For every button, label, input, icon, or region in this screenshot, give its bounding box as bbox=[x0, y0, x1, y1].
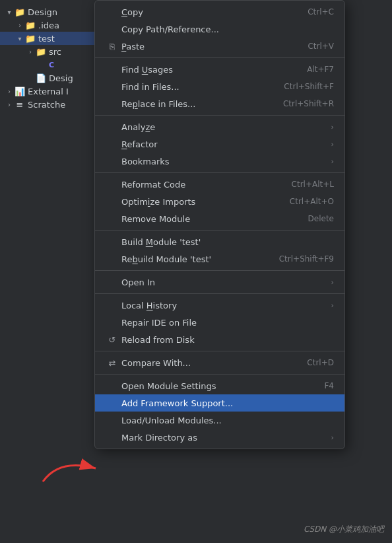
tree-label-desig: Desig bbox=[49, 73, 73, 83]
menu-item-replace-files[interactable]: Replace in Files... Ctrl+Shift+R bbox=[95, 95, 344, 112]
compare-label: Compare With... bbox=[121, 358, 296, 368]
find-usages-label: Find Usages bbox=[121, 65, 296, 75]
tree-item-desig[interactable]: › 📄 Desig bbox=[0, 71, 99, 85]
menu-item-build[interactable]: Build Module 'test' bbox=[95, 233, 344, 250]
scratch-icon: ≡ bbox=[15, 99, 25, 110]
tree-item-scratch[interactable]: › ≡ Scratche bbox=[0, 98, 99, 111]
reformat-shortcut: Ctrl+Alt+L bbox=[292, 180, 334, 189]
menu-item-copy[interactable]: Copy Ctrl+C bbox=[95, 3, 344, 20]
menu-item-repair-ide[interactable]: Repair IDE on File bbox=[95, 314, 344, 331]
menu-item-reformat[interactable]: Reformat Code Ctrl+Alt+L bbox=[95, 176, 344, 193]
analyze-label: Analyze bbox=[121, 122, 326, 132]
analyze-icon bbox=[106, 122, 119, 132]
menu-item-find-files[interactable]: Find in Files... Ctrl+Shift+F bbox=[95, 78, 344, 95]
replace-files-shortcut: Ctrl+Shift+R bbox=[283, 99, 334, 108]
tree-label-test: test bbox=[38, 34, 55, 44]
menu-item-rebuild[interactable]: Rebuild Module 'test' Ctrl+Shift+F9 bbox=[95, 250, 344, 268]
find-files-icon bbox=[106, 81, 119, 92]
remove-module-label: Remove Module bbox=[121, 214, 298, 224]
menu-item-analyze[interactable]: Analyze › bbox=[95, 118, 344, 135]
menu-item-load-unload[interactable]: Load/Unload Modules... bbox=[95, 412, 344, 429]
local-history-icon bbox=[106, 300, 119, 310]
menu-item-reload[interactable]: ↺ Reload from Disk bbox=[95, 331, 344, 348]
replace-files-icon bbox=[106, 98, 119, 109]
tree-item-src[interactable]: › 📁 src bbox=[0, 45, 99, 58]
rebuild-shortcut: Ctrl+Shift+F9 bbox=[279, 254, 334, 264]
separator-8 bbox=[95, 374, 344, 375]
tree-label-design: Design bbox=[28, 7, 57, 17]
module-settings-shortcut: F4 bbox=[324, 381, 334, 390]
menu-item-bookmarks[interactable]: Bookmarks › bbox=[95, 153, 344, 170]
copy-label: Copy bbox=[121, 7, 297, 17]
separator-7 bbox=[95, 351, 344, 351]
reload-icon: ↺ bbox=[106, 334, 119, 345]
copy-path-icon bbox=[106, 24, 119, 34]
paste-icon: ⎘ bbox=[106, 41, 119, 52]
optimize-label: Optimize Imports bbox=[121, 197, 279, 207]
menu-item-mark-directory[interactable]: Mark Directory as › bbox=[95, 429, 344, 446]
remove-module-shortcut: Delete bbox=[308, 214, 334, 223]
tree-item-design[interactable]: ▾ 📁 Design bbox=[0, 5, 99, 18]
folder-icon-test: 📁 bbox=[25, 33, 36, 44]
paste-shortcut: Ctrl+V bbox=[308, 42, 334, 51]
menu-item-local-history[interactable]: Local History › bbox=[95, 297, 344, 314]
folder-icon-idea: 📁 bbox=[25, 20, 36, 30]
menu-item-optimize[interactable]: Optimize Imports Ctrl+Alt+O bbox=[95, 193, 344, 210]
find-usages-shortcut: Alt+F7 bbox=[307, 65, 334, 74]
separator-4 bbox=[95, 230, 344, 231]
reformat-icon bbox=[106, 179, 119, 190]
module-settings-label: Open Module Settings bbox=[121, 381, 313, 391]
menu-item-module-settings[interactable]: Open Module Settings F4 bbox=[95, 377, 344, 394]
copy-path-label: Copy Path/Reference... bbox=[121, 24, 334, 34]
tree-arrow-scratch: › bbox=[5, 100, 13, 108]
rebuild-label: Rebuild Module 'test' bbox=[121, 254, 269, 264]
menu-item-copy-path[interactable]: Copy Path/Reference... bbox=[95, 20, 344, 38]
copy-icon bbox=[106, 7, 119, 17]
menu-item-paste[interactable]: ⎘ Paste Ctrl+V bbox=[95, 38, 344, 55]
refactor-label: Refactor bbox=[121, 139, 326, 149]
file-tree: ▾ 📁 Design › 📁 .idea ▾ 📁 test › 📁 src › … bbox=[0, 0, 99, 543]
refactor-arrow: › bbox=[331, 140, 334, 149]
tree-arrow-test: ▾ bbox=[16, 34, 24, 42]
find-usages-icon bbox=[106, 64, 119, 75]
separator-2 bbox=[95, 115, 344, 116]
menu-item-compare[interactable]: ⇄ Compare With... Ctrl+D bbox=[95, 354, 344, 371]
build-icon bbox=[106, 236, 119, 247]
tree-item-idea[interactable]: › 📁 .idea bbox=[0, 18, 99, 32]
tree-arrow-idea: › bbox=[16, 21, 24, 29]
tree-item-external[interactable]: › 📊 External I bbox=[0, 85, 99, 98]
tree-item-test[interactable]: ▾ 📁 test bbox=[0, 32, 99, 45]
tree-item-kotlin[interactable]: › C bbox=[0, 58, 99, 71]
context-menu: Copy Ctrl+C Copy Path/Reference... ⎘ Pas… bbox=[94, 0, 345, 449]
open-in-label: Open In bbox=[121, 277, 326, 287]
separator-1 bbox=[95, 57, 344, 58]
menu-item-remove-module[interactable]: Remove Module Delete bbox=[95, 210, 344, 227]
separator-3 bbox=[95, 172, 344, 173]
add-framework-icon bbox=[106, 398, 119, 408]
tree-arrow-src: › bbox=[26, 48, 34, 55]
menu-item-refactor[interactable]: Refactor › bbox=[95, 135, 344, 153]
menu-item-open-in[interactable]: Open In › bbox=[95, 273, 344, 291]
refactor-icon bbox=[106, 139, 119, 149]
tree-label-idea: .idea bbox=[38, 20, 59, 30]
mark-directory-label: Mark Directory as bbox=[121, 433, 326, 443]
repair-ide-icon bbox=[106, 317, 119, 328]
file-icon-desig: 📄 bbox=[36, 73, 46, 83]
load-unload-label: Load/Unload Modules... bbox=[121, 416, 334, 425]
bookmarks-arrow: › bbox=[331, 157, 334, 166]
menu-item-find-usages[interactable]: Find Usages Alt+F7 bbox=[95, 61, 344, 78]
separator-5 bbox=[95, 270, 344, 271]
reload-label: Reload from Disk bbox=[121, 335, 334, 345]
menu-item-add-framework[interactable]: Add Framework Support... bbox=[95, 394, 344, 412]
folder-icon-design: 📁 bbox=[15, 7, 25, 17]
replace-files-label: Replace in Files... bbox=[121, 99, 273, 109]
module-settings-icon bbox=[106, 380, 119, 391]
find-files-label: Find in Files... bbox=[121, 82, 273, 92]
build-label: Build Module 'test' bbox=[121, 237, 334, 247]
local-history-label: Local History bbox=[121, 301, 326, 310]
kotlin-icon: C bbox=[46, 59, 57, 70]
tree-label-external: External I bbox=[28, 87, 69, 96]
analyze-arrow: › bbox=[331, 123, 334, 131]
add-framework-label: Add Framework Support... bbox=[121, 398, 334, 408]
load-unload-icon bbox=[106, 415, 119, 425]
